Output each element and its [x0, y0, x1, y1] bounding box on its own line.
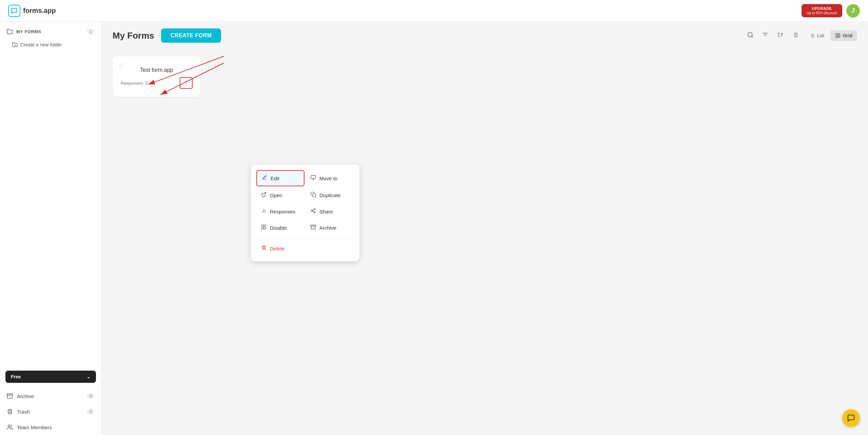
create-folder-label: Create a new folder	[20, 42, 62, 47]
svg-rect-47	[264, 225, 266, 229]
my-forms-count: 1	[87, 28, 95, 35]
svg-rect-28	[836, 36, 837, 38]
archive-menu-icon	[311, 224, 316, 231]
menu-move-to[interactable]: Move to	[306, 170, 354, 186]
grid-view-label: Grid	[843, 33, 852, 38]
archive-nav-item[interactable]: Archive 0	[0, 388, 101, 404]
team-members-nav-left: Team Members	[7, 424, 52, 430]
menu-open[interactable]: Open	[256, 188, 304, 203]
header-right: UPGRADE Up to 65% Discount J	[802, 4, 860, 18]
sort-icon	[777, 32, 784, 38]
edit-label: Edit	[271, 175, 279, 181]
search-button[interactable]	[745, 29, 756, 42]
menu-share[interactable]: Share	[306, 204, 354, 219]
menu-archive[interactable]: Archive	[306, 220, 354, 235]
filter-button[interactable]	[760, 29, 771, 42]
delete-icon	[261, 245, 267, 252]
archive-icon	[7, 393, 13, 399]
upgrade-button[interactable]: UPGRADE Up to 65% Discount	[802, 4, 842, 17]
content-area: My Forms CREATE FORM	[102, 22, 868, 435]
content-header-left: My Forms CREATE FORM	[113, 28, 221, 43]
menu-duplicate[interactable]: Duplicate	[306, 188, 354, 203]
form-card: ☆ Test form.app Responses: 2 ⋮	[113, 56, 201, 97]
svg-line-6	[752, 36, 753, 37]
delete-label: Delete	[270, 246, 284, 251]
sidebar: MY FORMS 1 Create a new folder Free ⌄	[0, 22, 102, 435]
archive-nav-left: Archive	[7, 393, 34, 399]
responses-icon	[261, 208, 267, 215]
logo-text: forms.app	[23, 7, 56, 15]
move-to-label: Move to	[319, 175, 337, 181]
team-icon	[7, 424, 13, 430]
folder-icon	[7, 28, 13, 35]
svg-rect-2	[7, 394, 13, 395]
chevron-down-icon: ⌄	[86, 374, 91, 379]
upgrade-bottom-text: Up to 65% Discount	[807, 11, 837, 15]
duplicate-label: Duplicate	[319, 192, 341, 198]
archive-label: Archive	[17, 393, 34, 399]
create-form-button[interactable]: CREATE FORM	[161, 28, 221, 43]
list-view-button[interactable]: List	[805, 30, 829, 41]
svg-line-36	[263, 192, 266, 195]
svg-rect-26	[836, 34, 837, 35]
share-icon	[311, 208, 316, 215]
filter-icon	[762, 32, 769, 38]
list-view-label: List	[817, 33, 824, 38]
menu-divider	[256, 238, 354, 238]
content-header-right: List Grid	[745, 29, 857, 42]
trash-count: 0	[87, 409, 95, 415]
trash-nav-left: Trash	[7, 409, 30, 415]
form-card-title: Test form.app	[121, 67, 193, 73]
upgrade-top-text: UPGRADE	[807, 6, 837, 11]
svg-rect-46	[262, 225, 263, 229]
svg-point-41	[314, 208, 315, 210]
menu-responses[interactable]: Responses	[256, 204, 304, 219]
list-view-icon	[809, 33, 815, 38]
archive-menu-label: Archive	[319, 225, 336, 231]
avatar[interactable]: J	[846, 4, 860, 18]
list-icon	[792, 32, 798, 38]
share-label: Share	[319, 209, 333, 214]
trash-label: Trash	[17, 409, 30, 415]
trash-nav-item[interactable]: Trash 0	[0, 404, 101, 419]
grid-view-button[interactable]: Grid	[830, 30, 857, 41]
sort-button[interactable]	[775, 29, 786, 42]
open-icon	[261, 192, 267, 199]
view-toggle: List Grid	[805, 30, 857, 41]
svg-point-4	[8, 425, 10, 427]
chat-button[interactable]	[842, 409, 860, 427]
menu-edit[interactable]: Edit	[256, 170, 304, 186]
svg-rect-48	[311, 225, 316, 226]
svg-rect-27	[839, 34, 840, 35]
chat-icon	[847, 414, 855, 422]
grid-content: ☆ Test form.app Responses: 2 ⋮	[102, 49, 868, 435]
form-responses-meta: Responses: 2	[121, 81, 148, 86]
team-members-nav-item[interactable]: Team Members	[0, 419, 101, 435]
svg-line-45	[313, 209, 314, 210]
svg-rect-29	[839, 36, 840, 38]
menu-disable[interactable]: Disable	[256, 220, 304, 235]
svg-rect-37	[313, 194, 316, 197]
svg-point-42	[311, 210, 313, 211]
my-forms-label: MY FORMS	[16, 29, 41, 34]
list-icon-button[interactable]	[790, 29, 801, 42]
svg-point-5	[748, 32, 752, 37]
three-dots-button[interactable]: ⋮	[180, 77, 193, 89]
my-forms-section[interactable]: MY FORMS 1	[0, 22, 101, 39]
create-folder-button[interactable]: Create a new folder	[0, 39, 101, 51]
responses-label: Responses	[270, 209, 295, 214]
star-icon[interactable]: ☆	[118, 62, 124, 70]
menu-delete[interactable]: Delete	[256, 241, 304, 256]
free-plan-button[interactable]: Free ⌄	[5, 371, 96, 383]
sidebar-section-title: MY FORMS	[7, 28, 41, 35]
disable-icon	[261, 224, 267, 231]
main-layout: MY FORMS 1 Create a new folder Free ⌄	[0, 22, 868, 435]
content-header: My Forms CREATE FORM	[102, 22, 868, 49]
move-to-icon	[311, 175, 316, 182]
form-card-bottom: Responses: 2 ⋮	[121, 77, 193, 89]
logo[interactable]: forms.app	[8, 5, 56, 17]
app-header: forms.app UPGRADE Up to 65% Discount J	[0, 0, 868, 22]
logo-icon	[8, 5, 20, 17]
svg-rect-33	[311, 175, 315, 179]
svg-line-44	[313, 211, 314, 212]
